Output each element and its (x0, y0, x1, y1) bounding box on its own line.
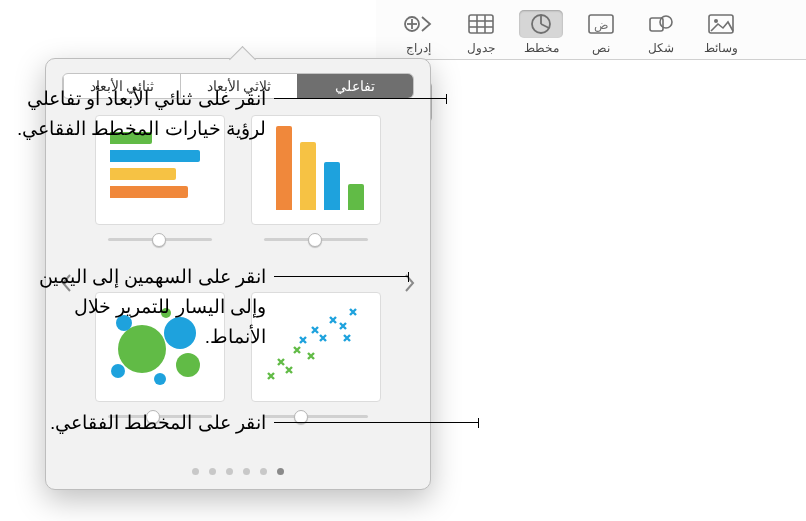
chevron-right-icon[interactable] (400, 269, 418, 297)
svg-point-14 (660, 16, 672, 28)
style-slider[interactable] (264, 412, 368, 420)
page-dot[interactable] (260, 468, 267, 475)
toolbar-label: شكل (648, 40, 674, 56)
toolbar-insert[interactable]: إدراج (386, 10, 450, 56)
svg-text:ض: ض (594, 18, 609, 32)
chart-option-scatter[interactable] (248, 292, 384, 449)
callout-line (274, 422, 478, 423)
segment-interactive[interactable]: تفاعلي (297, 74, 413, 98)
style-slider[interactable] (108, 235, 212, 243)
page-dot[interactable] (209, 468, 216, 475)
page-dot[interactable] (192, 468, 199, 475)
page-dots (46, 468, 430, 475)
column-chart-thumb (251, 115, 381, 225)
callout-bubble: انقر على المخطط الفقاعي. (16, 408, 266, 438)
media-icon (699, 10, 743, 38)
svg-point-22 (154, 373, 166, 385)
svg-point-20 (176, 353, 200, 377)
svg-point-16 (714, 19, 718, 23)
toolbar-label: إدراج (406, 40, 431, 56)
toolbar-text[interactable]: ض نص (572, 10, 630, 56)
toolbar-shape[interactable]: شكل (632, 10, 690, 56)
table-icon (459, 10, 503, 38)
callout-line (274, 276, 408, 277)
page-dot[interactable] (226, 468, 233, 475)
page-dot[interactable] (243, 468, 250, 475)
toolbar: إدراج جدول مخطط ض نص شكل وسائط (376, 0, 806, 60)
insert-icon (396, 10, 440, 38)
toolbar-table[interactable]: جدول (452, 10, 510, 56)
chart-icon (519, 10, 563, 38)
page-dot[interactable] (277, 468, 284, 475)
scatter-chart-thumb (251, 292, 381, 402)
callout-arrows: انقر على السهمين إلى اليمين وإلى اليسار … (16, 262, 266, 352)
text-icon: ض (579, 10, 623, 38)
svg-point-21 (111, 364, 125, 378)
chart-option-column[interactable] (248, 115, 384, 272)
toolbar-label: جدول (467, 40, 495, 56)
toolbar-chart[interactable]: مخطط (512, 10, 570, 56)
toolbar-label: مخطط (524, 40, 559, 56)
style-slider[interactable] (264, 235, 368, 243)
toolbar-label: وسائط (704, 40, 738, 56)
toolbar-media[interactable]: وسائط (692, 10, 750, 56)
callout-tabs: انقر على ثنائي الأبعاد أو تفاعلي لرؤية خ… (16, 84, 266, 144)
shape-icon (639, 10, 683, 38)
svg-rect-3 (469, 15, 493, 33)
toolbar-label: نص (592, 40, 610, 56)
callout-line (274, 98, 446, 99)
